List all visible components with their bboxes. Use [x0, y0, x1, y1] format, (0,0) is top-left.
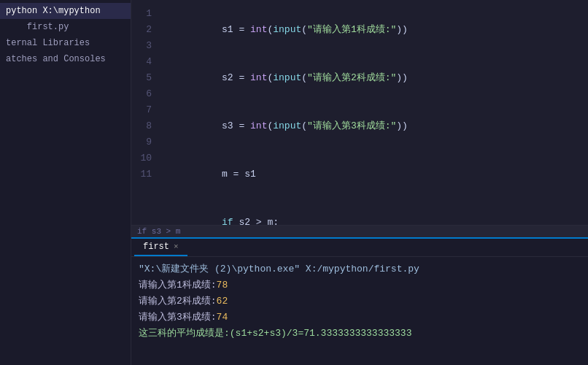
sidebar-item-libraries[interactable]: ternal Libraries	[0, 35, 131, 51]
sidebar: python X:\mypython first.py ternal Libra…	[0, 0, 131, 365]
code-line-1: s1 = int(input("请输入第1科成绩:"))	[165, 6, 588, 54]
console-tabs: first ×	[131, 239, 588, 257]
code-line-3: s3 = int(input("请输入第3科成绩:"))	[165, 102, 588, 150]
console-tab-first[interactable]: first ×	[134, 239, 187, 256]
code-line-4: m = s1	[165, 150, 588, 199]
code-editor: 1 2 3 4 5 6 7 8 9 10 11 s1 = int(input("…	[131, 0, 588, 237]
sidebar-item-label: python X:\mypython	[6, 6, 101, 16]
main-area: 1 2 3 4 5 6 7 8 9 10 11 s1 = int(input("…	[131, 0, 588, 365]
sidebar-item-label: first.py	[27, 22, 69, 32]
console-line-1: 请输入第1科成绩:78	[139, 277, 581, 293]
sidebar-item-firstpy[interactable]: first.py	[0, 19, 131, 35]
code-line-2: s2 = int(input("请输入第2科成绩:"))	[165, 54, 588, 102]
sidebar-item-scratches[interactable]: atches and Consoles	[0, 51, 131, 67]
code-area: 1 2 3 4 5 6 7 8 9 10 11 s1 = int(input("…	[131, 0, 588, 225]
code-line-5: if s2 > m:	[165, 199, 588, 225]
console-area: first × "X:\新建文件夹 (2)\python.exe" X:/myp…	[131, 237, 588, 365]
console-line-3: 请输入第3科成绩:74	[139, 310, 581, 326]
sidebar-item-python[interactable]: python X:\mypython	[0, 3, 131, 19]
tab-close-button[interactable]: ×	[174, 242, 179, 251]
status-line: if s3 > m	[131, 225, 588, 237]
console-line-result: 这三科的平均成绩是:(s1+s2+s3)/3=71.33333333333333…	[139, 326, 581, 342]
console-line-cmd: "X:\新建文件夹 (2)\python.exe" X:/mypython/fi…	[139, 261, 581, 277]
line-numbers: 1 2 3 4 5 6 7 8 9 10 11	[131, 0, 159, 225]
console-line-2: 请输入第2科成绩:62	[139, 293, 581, 310]
sidebar-item-label: ternal Libraries	[6, 38, 90, 48]
sidebar-item-label: atches and Consoles	[6, 54, 106, 64]
status-text: if s3 > m	[137, 227, 180, 236]
console-tab-label: first	[143, 242, 169, 252]
console-output: "X:\新建文件夹 (2)\python.exe" X:/mypython/fi…	[131, 257, 588, 365]
code-lines: s1 = int(input("请输入第1科成绩:")) s2 = int(in…	[159, 0, 588, 225]
